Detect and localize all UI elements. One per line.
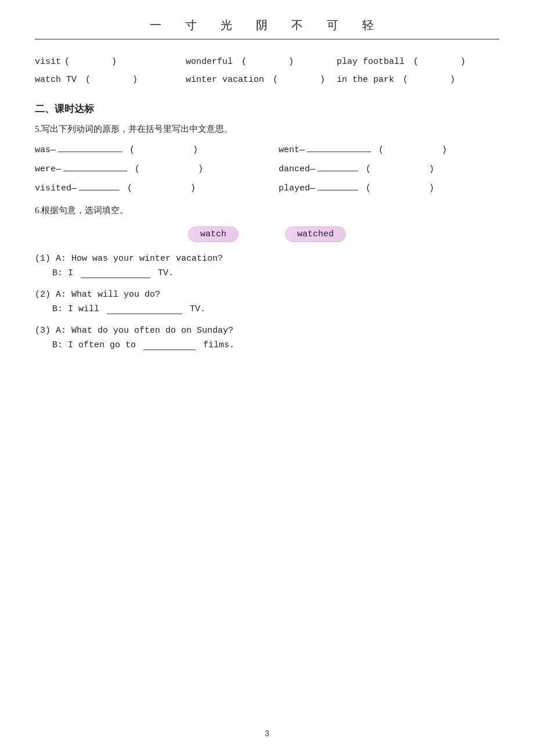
qa-3-a-suffix: films. [203, 340, 234, 350]
paren-open-4: ( [80, 75, 91, 85]
vocab-word-playfootball: play football [337, 57, 405, 67]
paren-open: ( [64, 57, 70, 67]
were-paren-open: ( [129, 164, 140, 174]
was-paren-open: ( [124, 145, 135, 155]
qa-3-q: (3) A: What do you often do on Sunday? [35, 326, 499, 336]
section-2: 二、课时达标 5.写出下列动词的原形，并在括号里写出中文意思。 was— ( )… [35, 102, 499, 350]
qa-3-blank [143, 350, 196, 350]
vocab-blank-watchtv [95, 75, 130, 85]
danced-paren-open: ( [360, 164, 371, 174]
word-choice-row: watch watched [35, 226, 499, 242]
qa-3-num: (3) [35, 326, 50, 336]
qa-1-a-prefix: B: I [52, 268, 73, 278]
vocab-item-wonderful: wonderful ( ) [186, 57, 337, 67]
qa-2-a: B: I will TV. [52, 304, 499, 314]
qa-2-q-text: A: What will you do? [56, 290, 160, 300]
went-blank [307, 152, 371, 152]
header: 一 寸 光 阴 不 可 轻 [35, 17, 499, 39]
was-label: was— [35, 145, 56, 155]
qa-2-blank [107, 314, 182, 314]
vocab-item-inthepark: in the park ( ) [337, 75, 511, 85]
danced-label: danced— [279, 164, 315, 174]
qa-block-1: (1) A: How was your winter vacation? B: … [35, 254, 499, 278]
qa-2-a-suffix: TV. [190, 304, 205, 314]
vocab-section: visit ( ) wonderful ( ) play football ( … [35, 57, 499, 85]
qa-block-3: (3) A: What do you often do on Sunday? B… [35, 326, 499, 350]
exercise-5-right-1: went— ( ) [279, 145, 499, 155]
qa-block-2: (2) A: What will you do? B: I will TV. [35, 290, 499, 314]
qa-1-num: (1) [35, 254, 50, 264]
paren-open-6: ( [398, 75, 408, 85]
exercise-5-left-2: were— ( ) [35, 164, 279, 174]
vocab-word-wintervacation: winter vacation [186, 75, 264, 85]
was-blank [58, 152, 122, 152]
qa-2-num: (2) [35, 290, 50, 300]
exercise-5-row-3: visited— ( ) played— ( ) [35, 183, 499, 193]
paren-close-2: ) [288, 57, 294, 67]
were-paren-close: ) [198, 164, 203, 174]
vocab-item-watchtv: watch TV ( ) [35, 75, 186, 85]
qa-1-a-suffix: TV. [158, 268, 174, 278]
visited-label: visited— [35, 183, 77, 193]
paren-close-6: ) [450, 75, 455, 85]
visited-paren-open: ( [122, 183, 132, 193]
paren-close-3: ) [460, 57, 466, 67]
vocab-item-wintervacation: winter vacation ( ) [186, 75, 337, 85]
vocab-blank-playfootball [423, 57, 458, 67]
paren-close-4: ) [132, 75, 138, 85]
exercise-5-row-2: were— ( ) danced— ( ) [35, 164, 499, 174]
played-meaning-blank [371, 183, 429, 193]
word-chip-watch: watch [188, 226, 239, 242]
exercise-5-row-1: was— ( ) went— ( ) [35, 145, 499, 155]
went-paren-open: ( [373, 145, 384, 155]
qa-1-a: B: I TV. [52, 268, 499, 278]
paren-open-3: ( [408, 57, 418, 67]
vocab-word-watchtv: watch TV [35, 75, 77, 85]
qa-1-q-text: A: How was your winter vacation? [56, 254, 223, 264]
qa-3-q-text: A: What do you often do on Sunday? [56, 326, 233, 336]
qa-1-blank [81, 278, 150, 278]
paren-open-2: ( [236, 57, 247, 67]
vocab-item-playfootball: play football ( ) [337, 57, 511, 67]
paren-close-5: ) [320, 75, 325, 85]
played-paren-open: ( [360, 183, 371, 193]
exercise-5-right-2: danced— ( ) [279, 164, 499, 174]
was-paren-close: ) [193, 145, 198, 155]
qa-2-a-prefix: B: I will [52, 304, 99, 314]
went-label: went— [279, 145, 305, 155]
went-paren-close: ) [442, 145, 447, 155]
danced-blank [317, 171, 358, 171]
exercise-5-right-3: played— ( ) [279, 183, 499, 193]
danced-meaning-blank [371, 164, 429, 174]
vocab-word-visit: visit [35, 57, 61, 67]
paren-close: ) [111, 57, 117, 67]
danced-paren-close: ) [429, 164, 434, 174]
word-chip-watched: watched [285, 226, 346, 242]
paren-open-5: ( [268, 75, 278, 85]
visited-blank [79, 190, 120, 190]
was-meaning-blank [135, 145, 193, 155]
exercise-6-instruction: 6.根据句意，选词填空。 [35, 205, 499, 216]
were-blank [63, 171, 127, 171]
vocab-row-1: visit ( ) wonderful ( ) play football ( … [35, 57, 499, 67]
vocab-word-inthepark: in the park [337, 75, 394, 85]
visited-paren-close: ) [190, 183, 196, 193]
page: 一 寸 光 阴 不 可 轻 visit ( ) wonderful ( ) pl… [0, 0, 534, 756]
vocab-blank-inthepark [413, 75, 448, 85]
exercise-5-instruction: 5.写出下列动词的原形，并在括号里写出中文意思。 [35, 124, 499, 135]
qa-3-a-prefix: B: I often go to [52, 340, 136, 350]
played-label: played— [279, 183, 315, 193]
vocab-row-2: watch TV ( ) winter vacation ( ) in the … [35, 75, 499, 85]
exercise-6: 6.根据句意，选词填空。 watch watched (1) A: How wa… [35, 205, 499, 350]
page-title: 一 寸 光 阴 不 可 轻 [35, 17, 499, 33]
were-label: were— [35, 164, 61, 174]
vocab-blank-wonderful [251, 57, 286, 67]
exercise-5-left-3: visited— ( ) [35, 183, 279, 193]
qa-3-a: B: I often go to films. [52, 340, 499, 350]
vocab-blank-visit [74, 57, 109, 67]
exercise-5: 5.写出下列动词的原形，并在括号里写出中文意思。 was— ( ) went— … [35, 124, 499, 193]
page-number: 3 [265, 729, 269, 739]
vocab-item-visit: visit ( ) [35, 57, 186, 67]
went-meaning-blank [384, 145, 442, 155]
visited-meaning-blank [132, 183, 190, 193]
